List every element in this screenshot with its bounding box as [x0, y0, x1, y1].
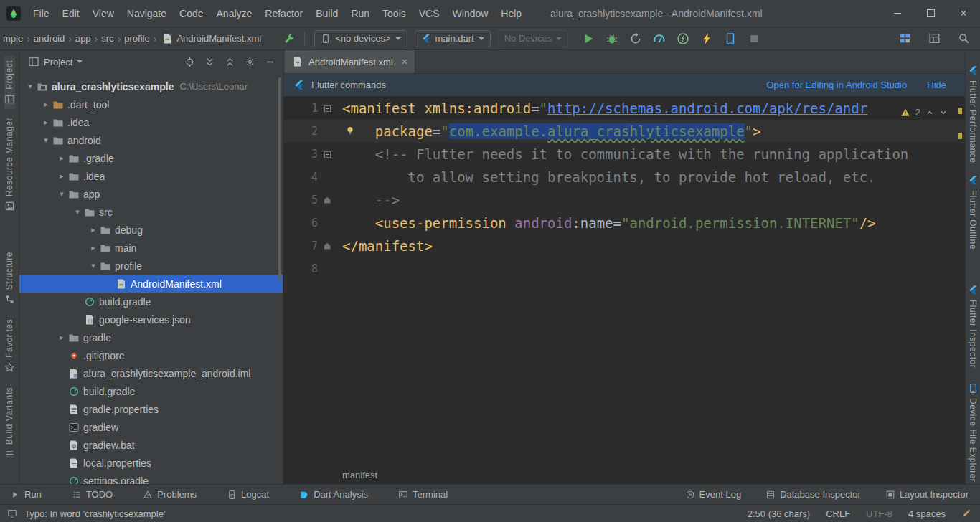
breadcrumb-item-profile[interactable]: profile	[123, 33, 151, 44]
run-config-selector[interactable]: main.dart	[415, 30, 491, 47]
select-opened-file-button[interactable]	[184, 57, 195, 67]
chevron-down-icon[interactable]: ▾	[39, 136, 52, 145]
tool-window-button-terminal[interactable]: Terminal	[398, 489, 448, 500]
tree-item-android[interactable]: ▾android	[19, 131, 283, 149]
minimize-button[interactable]	[881, 0, 914, 27]
device-selector[interactable]: <no devices>	[314, 30, 407, 47]
breadcrumb-item-app[interactable]: app	[74, 33, 93, 44]
tree-item-androidmanifest-xml[interactable]: AndroidManifest.xml	[19, 275, 283, 293]
tree-item-dart-tool[interactable]: ▸.dart_tool	[19, 95, 283, 113]
chevron-down-icon[interactable]: ▾	[87, 261, 100, 270]
tree-item-app[interactable]: ▾app	[19, 185, 283, 203]
stop-button[interactable]	[745, 30, 763, 47]
fold-marker-icon[interactable]	[324, 151, 331, 158]
chevron-down-icon[interactable]	[77, 60, 83, 63]
chevron-right-icon[interactable]: ▸	[55, 171, 68, 181]
tree-item-src[interactable]: ▾src	[19, 203, 283, 221]
menu-edit[interactable]: Edit	[56, 8, 86, 19]
tool-button-flutter-outline[interactable]: Flutter Outline	[968, 171, 979, 254]
toolwindow-toggle-icon[interactable]	[7, 508, 17, 518]
tool-window-button-event-log[interactable]: Event Log	[685, 489, 742, 500]
tree-item-gradle[interactable]: ▸gradle	[19, 328, 283, 346]
menu-analyze[interactable]: Analyze	[210, 8, 259, 19]
menu-view[interactable]: View	[86, 8, 121, 19]
device-manager-button[interactable]	[721, 30, 740, 47]
hide-panel-button[interactable]	[265, 57, 275, 67]
layout-button[interactable]	[925, 30, 943, 47]
inspections-widget[interactable]: 2	[900, 107, 948, 118]
editor-breadcrumb-item[interactable]: manifest	[342, 470, 377, 480]
indent-setting[interactable]: 4 spaces	[908, 508, 946, 519]
project-panel-title[interactable]: Project	[44, 57, 72, 67]
error-stripe-mark[interactable]	[958, 133, 962, 139]
close-button[interactable]: ×	[947, 0, 980, 27]
error-stripe-mark[interactable]	[958, 108, 962, 114]
menu-file[interactable]: File	[27, 8, 56, 19]
code-line-5[interactable]: 5 -->	[283, 189, 965, 212]
menu-tools[interactable]: Tools	[376, 8, 413, 19]
menu-code[interactable]: Code	[173, 8, 209, 19]
code-line-6[interactable]: 6 <uses-permission android:name="android…	[283, 212, 965, 234]
settings-button[interactable]	[245, 57, 255, 67]
chevron-down-icon[interactable]: ▾	[24, 82, 37, 91]
tree-item-profile[interactable]: ▾profile	[19, 257, 283, 275]
open-in-android-studio-link[interactable]: Open for Editing in Android Studio	[766, 80, 907, 90]
tree-item-gradle-properties[interactable]: gradle.properties	[19, 400, 283, 418]
close-tab-icon[interactable]: ×	[402, 56, 407, 67]
chevron-down-icon[interactable]: ▾	[71, 207, 84, 217]
tool-button-structure[interactable]: Structure	[4, 247, 15, 309]
file-encoding[interactable]: UTF-8	[866, 508, 892, 519]
prev-issue-icon[interactable]	[925, 108, 934, 117]
profiler-button[interactable]	[650, 30, 669, 47]
menu-build[interactable]: Build	[309, 8, 344, 19]
tab-androidmanifest-xml[interactable]: AndroidManifest.xml×	[285, 50, 415, 73]
line-separator[interactable]: CRLF	[826, 508, 850, 519]
hide-notification-link[interactable]: Hide	[927, 80, 946, 90]
menu-refactor[interactable]: Refactor	[258, 8, 309, 19]
write-access-icon[interactable]	[961, 508, 971, 518]
debug-button[interactable]	[603, 30, 621, 47]
chevron-right-icon[interactable]: ▸	[55, 153, 68, 163]
next-issue-icon[interactable]	[939, 108, 948, 117]
hot-reload-button[interactable]	[697, 30, 716, 47]
tree-item-gradle[interactable]: ▸.gradle	[19, 149, 283, 167]
flutter-attach-button[interactable]	[280, 30, 298, 47]
project-structure-button[interactable]	[895, 30, 914, 47]
tool-button-device-file-explorer[interactable]: Device File Explorer	[968, 379, 979, 486]
attach-debugger-button[interactable]	[626, 30, 645, 47]
tree-item-google-services-json[interactable]: {}google-services.json	[19, 310, 283, 328]
editor-breadcrumb[interactable]: manifest	[283, 465, 965, 484]
code-line-2[interactable]: 2 package="com.example.alura_crashlytics…	[283, 120, 965, 143]
fold-marker-icon[interactable]	[324, 243, 331, 250]
menu-vcs[interactable]: VCS	[413, 8, 446, 19]
menu-run[interactable]: Run	[344, 8, 376, 19]
tool-window-button-problems[interactable]: Problems	[143, 489, 197, 500]
chevron-right-icon[interactable]: ▸	[55, 333, 68, 342]
chevron-right-icon[interactable]: ▸	[87, 225, 100, 234]
maximize-button[interactable]	[914, 0, 947, 27]
tree-item-local-properties[interactable]: local.properties	[19, 454, 283, 472]
caret-position[interactable]: 2:50 (36 chars)	[748, 508, 810, 519]
menu-help[interactable]: Help	[494, 8, 528, 19]
tree-item-alura-crashlyticsexample[interactable]: ▾alura_crashlyticsexampleC:\Users\Leonar	[19, 77, 283, 95]
intention-bulb-icon[interactable]	[345, 125, 355, 136]
tree-item-settings-gradle[interactable]: settings.gradle	[19, 472, 283, 484]
chevron-right-icon[interactable]: ▸	[39, 100, 52, 109]
code-editor[interactable]: 1<manifest xmlns:android="http://schemas…	[283, 97, 965, 465]
tree-item-idea[interactable]: ▸.idea	[19, 167, 283, 185]
chevron-right-icon[interactable]: ▸	[87, 243, 100, 252]
fold-marker-icon[interactable]	[324, 105, 331, 112]
tool-button-flutter-inspector[interactable]: Flutter Inspector	[968, 280, 979, 372]
device-status-selector[interactable]: No Devices	[498, 30, 568, 47]
code-line-8[interactable]: 8	[283, 257, 965, 280]
code-line-3[interactable]: 3 <!-- Flutter needs it to communicate w…	[283, 143, 965, 166]
tree-item-alura-crashlyticsexample-android-iml[interactable]: alura_crashlyticsexample_android.iml	[19, 364, 283, 382]
tool-button-build-variants[interactable]: Build Variants	[4, 383, 15, 464]
tree-item-main[interactable]: ▸main	[19, 239, 283, 257]
tree-item-build-gradle[interactable]: build.gradle	[19, 382, 283, 400]
tool-window-button-database-inspector[interactable]: Database Inspector	[765, 489, 861, 500]
tool-window-button-run[interactable]: Run	[10, 489, 42, 500]
menu-navigate[interactable]: Navigate	[121, 8, 173, 19]
project-tree-scrollbar[interactable]	[278, 77, 281, 281]
tool-button-project[interactable]: Project	[4, 56, 15, 109]
